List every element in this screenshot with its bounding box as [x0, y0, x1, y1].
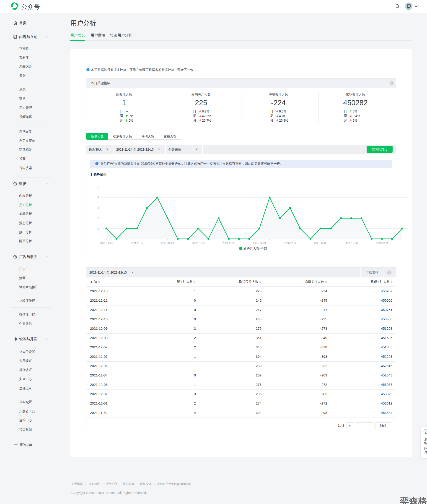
svg-text:2021-11-26: 2021-11-26 [222, 242, 235, 244]
svg-text:2: 2 [98, 217, 99, 219]
svg-text:?: ? [425, 430, 427, 433]
svg-text:2021-12-02: 2021-12-02 [284, 242, 296, 244]
svg-text:2021-11-17: 2021-11-17 [131, 242, 143, 244]
svg-text:2021-12-05: 2021-12-05 [314, 242, 327, 244]
svg-text:1: 1 [98, 227, 99, 230]
svg-text:2021-11-14: 2021-11-14 [100, 242, 113, 244]
svg-text:2021-11-23: 2021-11-23 [192, 242, 204, 244]
svg-text:4: 4 [98, 196, 99, 199]
svg-text:2021-12-08: 2021-12-08 [345, 242, 358, 244]
svg-text:新关注人数-全部: 新关注人数-全部 [244, 247, 267, 250]
svg-text:2021-11-20: 2021-11-20 [161, 242, 174, 244]
svg-text:2021-11-29: 2021-11-29 [253, 242, 266, 244]
svg-text:2021-12-11: 2021-12-11 [375, 242, 388, 244]
svg-text:5: 5 [98, 186, 99, 188]
svg-text:3: 3 [98, 207, 99, 209]
